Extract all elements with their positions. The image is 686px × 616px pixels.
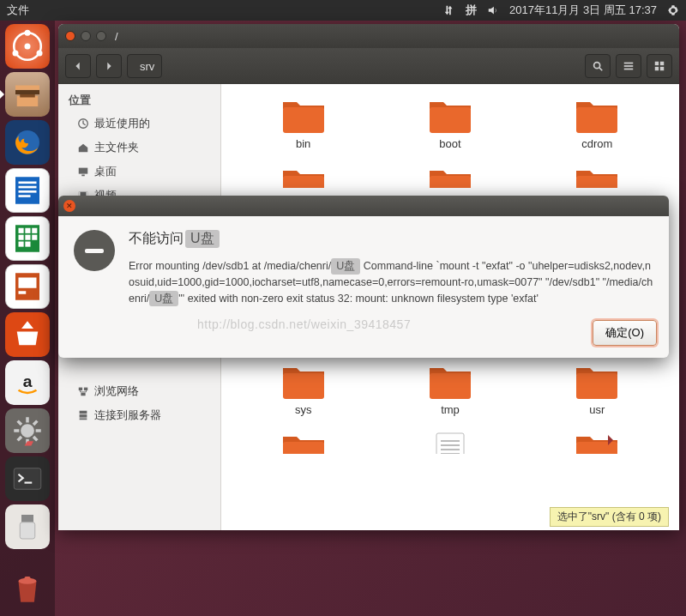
file-manager-toolbar: srv	[58, 48, 679, 84]
ok-button[interactable]: 确定(O)	[593, 320, 657, 346]
search-button[interactable]	[585, 54, 611, 78]
folder-label: bin	[296, 137, 310, 150]
sidebar-item-home[interactable]: 主文件夹	[58, 136, 220, 160]
launcher-writer-icon[interactable]	[5, 168, 50, 213]
launcher-amazon-icon[interactable]: a	[5, 360, 50, 405]
svg-point-10	[13, 50, 19, 56]
svg-rect-39	[20, 522, 35, 539]
folder-label: sys	[295, 403, 312, 416]
svg-point-35	[21, 424, 34, 438]
sidebar-item-label: 桌面	[94, 164, 117, 179]
sidebar-item-recent[interactable]: 最近使用的	[58, 112, 220, 136]
launcher-trash-icon[interactable]	[5, 566, 50, 611]
svg-rect-48	[660, 62, 664, 65]
home-icon	[77, 142, 89, 154]
sidebar-item-connect-server[interactable]: 连接到服务器	[58, 403, 220, 427]
window-maximize-button[interactable]	[96, 31, 106, 41]
sound-indicator[interactable]	[487, 4, 499, 16]
svg-rect-24	[25, 228, 30, 233]
folder-icon	[279, 96, 328, 136]
svg-rect-19	[19, 186, 37, 189]
view-grid-button[interactable]	[647, 54, 672, 78]
folder-partial-bottom[interactable]	[230, 432, 376, 454]
ime-indicator[interactable]: 拼	[466, 3, 477, 18]
svg-rect-15	[20, 94, 35, 98]
folder-partial[interactable]	[230, 166, 376, 188]
window-titlebar[interactable]: /	[58, 24, 679, 48]
back-button[interactable]	[65, 54, 91, 78]
folder-tmp[interactable]: tmp	[376, 362, 523, 416]
svg-rect-30	[25, 242, 30, 247]
svg-rect-57	[79, 388, 82, 391]
svg-point-11	[37, 50, 43, 56]
folder-usr[interactable]: usr	[524, 362, 671, 416]
sidebar-item-label: 最近使用的	[94, 116, 150, 131]
svg-rect-58	[84, 388, 87, 391]
svg-rect-52	[79, 168, 88, 174]
svg-rect-20	[19, 190, 37, 193]
sidebar-item-browse-network[interactable]: 浏览网络	[58, 379, 220, 403]
folder-cdrom[interactable]: cdrom	[524, 96, 671, 150]
svg-rect-28	[32, 235, 37, 240]
folder-icon	[425, 362, 475, 402]
svg-rect-62	[80, 419, 87, 420]
forward-button[interactable]	[96, 54, 122, 78]
svg-rect-23	[19, 228, 24, 233]
window-minimize-button[interactable]	[81, 31, 91, 41]
svg-point-9	[25, 30, 31, 36]
view-list-button[interactable]	[616, 54, 641, 78]
svg-rect-14	[17, 96, 39, 106]
dialog-message: Error mounting /dev/sdb1 at /media/chenr…	[129, 258, 653, 306]
launcher-settings-icon[interactable]	[5, 408, 50, 453]
network-indicator[interactable]	[443, 4, 455, 16]
sidebar-item-desktop[interactable]: 桌面	[58, 160, 220, 184]
desktop-icon	[77, 166, 89, 178]
svg-point-43	[594, 63, 600, 69]
network-icon	[77, 385, 89, 397]
folder-label: usr	[589, 403, 605, 416]
clock-indicator[interactable]: 2017年11月月 3日 周五 17:37	[509, 3, 657, 18]
launcher-impress-icon[interactable]	[5, 264, 50, 309]
svg-rect-37	[25, 482, 33, 484]
path-bar[interactable]: srv	[127, 54, 162, 78]
svg-rect-29	[19, 242, 24, 247]
folder-label: tmp	[441, 403, 460, 416]
folder-partial[interactable]	[376, 166, 523, 188]
active-app-label[interactable]: 文件	[7, 3, 29, 18]
folder-icon	[572, 96, 622, 136]
folder-label: cdrom	[581, 137, 612, 150]
folder-icon	[572, 166, 622, 188]
svg-rect-36	[14, 468, 41, 490]
svg-rect-60	[80, 411, 87, 414]
svg-rect-44	[624, 63, 634, 64]
folder-label: boot	[439, 137, 460, 150]
launcher-firefox-icon[interactable]	[5, 120, 50, 165]
folder-partial[interactable]	[524, 166, 671, 188]
sidebar-item-label: 主文件夹	[94, 140, 139, 155]
window-close-button[interactable]	[65, 31, 75, 41]
dialog-close-button[interactable]: ✕	[63, 200, 75, 212]
file-partial-bottom[interactable]	[376, 432, 523, 454]
launcher-software-center-icon[interactable]	[5, 312, 50, 357]
system-gear-indicator[interactable]	[667, 4, 679, 16]
svg-rect-61	[80, 414, 87, 418]
folder-bin[interactable]: bin	[230, 96, 376, 150]
launcher-dash-icon[interactable]	[5, 24, 50, 69]
folder-icon	[572, 432, 622, 454]
svg-rect-59	[81, 393, 85, 396]
launcher-calc-icon[interactable]	[5, 216, 50, 261]
folder-boot[interactable]: boot	[376, 96, 523, 150]
folder-partial-bottom[interactable]	[524, 432, 671, 454]
launcher-usb-drive-icon[interactable]	[5, 504, 50, 549]
folder-sys[interactable]: sys	[230, 362, 376, 416]
selection-tooltip: 选中了"srv" (含有 0 项)	[550, 507, 669, 527]
folder-icon	[279, 166, 328, 188]
launcher-terminal-icon[interactable]	[5, 456, 50, 501]
clock-icon	[77, 118, 89, 130]
folder-icon	[425, 96, 475, 136]
svg-rect-46	[624, 69, 634, 70]
launcher-files-icon[interactable]	[5, 72, 50, 117]
svg-text:a: a	[23, 372, 33, 390]
folder-icon	[279, 362, 328, 402]
dialog-titlebar[interactable]: ✕	[58, 196, 669, 216]
